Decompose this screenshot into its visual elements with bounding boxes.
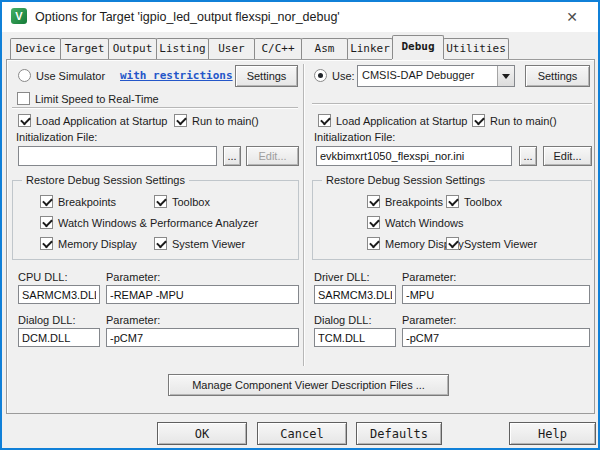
left-toolbox-label: Toolbox	[172, 196, 210, 209]
left-sysview-label: System Viewer	[172, 238, 245, 251]
defaults-button[interactable]: Defaults	[356, 422, 442, 445]
right-toolbox-checkbox[interactable]	[446, 195, 459, 208]
left-init-file-input[interactable]	[18, 146, 217, 166]
use-debugger-radio[interactable]	[314, 69, 327, 82]
left-sysview-checkbox[interactable]	[154, 237, 167, 250]
driver-dll-input[interactable]	[314, 285, 396, 304]
right-restore-title: Restore Debug Session Settings	[322, 174, 489, 186]
right-load-app-checkbox[interactable]	[318, 114, 331, 127]
right-init-file-input[interactable]	[316, 146, 512, 166]
right-load-app-label: Load Application at Startup	[336, 115, 467, 128]
driver-dll-label: Driver DLL:	[314, 271, 370, 284]
tab-ccpp[interactable]: C/C++	[254, 38, 302, 59]
right-memory-checkbox[interactable]	[367, 237, 380, 250]
left-breakpoints-label: Breakpoints	[58, 196, 116, 209]
simulator-settings-button[interactable]: Settings	[235, 65, 298, 87]
right-sysview-checkbox[interactable]	[446, 237, 459, 250]
debugger-combobox-value: CMSIS-DAP Debugger	[358, 66, 497, 86]
cpu-parameter-label: Parameter:	[106, 271, 160, 284]
left-dialog-dll-input[interactable]	[18, 328, 100, 347]
cpu-parameter-input[interactable]	[106, 285, 299, 304]
tab-strip: Device Target Output Listing User C/C++ …	[10, 36, 508, 59]
manage-component-viewer-button[interactable]: Manage Component Viewer Description File…	[168, 374, 449, 396]
left-browse-button[interactable]: ...	[223, 146, 241, 166]
left-memory-label: Memory Display	[58, 238, 137, 251]
right-init-file-label: Initialization File:	[314, 131, 395, 144]
debugger-combobox[interactable]: CMSIS-DAP Debugger	[357, 65, 515, 87]
left-restore-title: Restore Debug Session Settings	[22, 174, 189, 186]
use-simulator-label: Use Simulator	[36, 70, 105, 83]
window-title: Options for Target 'igpio_led_output fle…	[35, 10, 340, 24]
left-load-app-label: Load Application at Startup	[36, 115, 167, 128]
right-dialog-dll-input[interactable]	[314, 328, 396, 347]
limit-speed-label: Limit Speed to Real-Time	[35, 93, 159, 106]
left-dialog-dll-label: Dialog DLL:	[18, 314, 75, 327]
left-run-main-checkbox[interactable]	[174, 114, 187, 127]
cpu-dll-label: CPU DLL:	[18, 271, 68, 284]
right-watch-label: Watch Windows	[385, 217, 463, 230]
tab-utilities[interactable]: Utilities	[443, 38, 509, 59]
tab-linker[interactable]: Linker	[347, 38, 393, 59]
tab-debug[interactable]: Debug	[392, 35, 444, 59]
right-edit-button[interactable]: Edit...	[543, 146, 592, 166]
right-toolbox-label: Toolbox	[464, 196, 502, 209]
right-run-main-checkbox[interactable]	[472, 114, 485, 127]
right-browse-button[interactable]: ...	[519, 146, 537, 166]
tab-output[interactable]: Output	[108, 38, 157, 59]
left-watch-checkbox[interactable]	[40, 216, 53, 229]
right-dialog-parameter-label: Parameter:	[402, 314, 456, 327]
use-debugger-label: Use:	[332, 70, 355, 83]
driver-parameter-input[interactable]	[402, 285, 590, 304]
left-breakpoints-checkbox[interactable]	[40, 195, 53, 208]
left-separator	[12, 107, 298, 109]
left-dialog-parameter-label: Parameter:	[106, 314, 160, 327]
right-breakpoints-checkbox[interactable]	[367, 195, 380, 208]
left-dialog-parameter-input[interactable]	[106, 328, 299, 347]
left-init-file-label: Initialization File:	[16, 131, 97, 144]
left-toolbox-checkbox[interactable]	[154, 195, 167, 208]
tab-asm[interactable]: Asm	[301, 38, 348, 59]
options-dialog: V Options for Target 'igpio_led_output f…	[0, 0, 600, 450]
ok-button[interactable]: OK	[157, 422, 247, 445]
left-edit-button[interactable]: Edit...	[246, 146, 299, 166]
tab-listing[interactable]: Listing	[156, 38, 209, 59]
help-button[interactable]: Help	[509, 422, 596, 445]
with-restrictions-link[interactable]: with restrictions	[120, 69, 233, 82]
driver-parameter-label: Parameter:	[402, 271, 456, 284]
tab-user[interactable]: User	[208, 38, 255, 59]
right-sysview-label: System Viewer	[464, 238, 537, 251]
cpu-dll-input[interactable]	[18, 285, 100, 304]
uvision-logo-icon: V	[11, 8, 27, 24]
debugger-settings-button[interactable]: Settings	[525, 65, 590, 87]
right-dialog-dll-label: Dialog DLL:	[314, 314, 371, 327]
title-bar: V Options for Target 'igpio_led_output f…	[2, 2, 598, 32]
right-run-main-label: Run to main()	[490, 115, 557, 128]
use-simulator-radio[interactable]	[18, 69, 31, 82]
right-separator	[312, 103, 592, 105]
panel-divider	[303, 64, 305, 366]
right-dialog-parameter-input[interactable]	[402, 328, 590, 347]
left-run-main-label: Run to main()	[192, 115, 259, 128]
limit-speed-checkbox[interactable]	[17, 92, 30, 105]
cancel-button[interactable]: Cancel	[257, 422, 347, 445]
left-memory-checkbox[interactable]	[40, 237, 53, 250]
chevron-down-icon[interactable]	[497, 66, 514, 86]
close-icon[interactable]: ✕	[556, 6, 588, 28]
tab-device[interactable]: Device	[10, 38, 61, 59]
right-breakpoints-label: Breakpoints	[385, 196, 443, 209]
right-watch-checkbox[interactable]	[367, 216, 380, 229]
left-watch-label: Watch Windows & Performance Analyzer	[58, 217, 258, 230]
left-load-app-checkbox[interactable]	[18, 114, 31, 127]
tab-target[interactable]: Target	[60, 38, 109, 59]
